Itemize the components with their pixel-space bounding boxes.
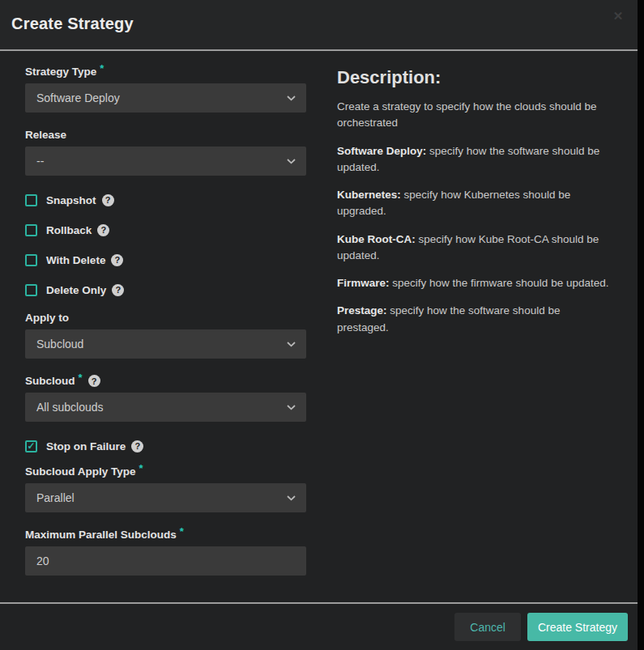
checkbox-row-delete-only: Delete Only ? [25,282,306,298]
label-text: Release [25,129,66,141]
stop-on-failure-checkbox[interactable] [25,440,37,452]
description-paragraph: Prestage: specify how the software shoul… [337,303,613,336]
selected-value: Software Deploy [36,91,120,104]
strategy-type-group: Strategy Type * Software Deploy [25,66,306,113]
subcloud-apply-type-label: Subcloud Apply Type * [25,465,306,478]
strategy-type-select[interactable]: Software Deploy [25,83,306,113]
with-delete-label: With Delete ? [46,254,123,266]
help-icon[interactable]: ? [102,194,114,206]
rollback-checkbox[interactable] [25,224,37,236]
apply-to-label: Apply to [25,312,306,324]
subcloud-label: Subcloud * ? [25,375,306,387]
term-text: Kubernetes: [337,189,401,201]
description-paragraph: Kubernetes: specify how Kubernetes shoul… [337,187,613,220]
apply-to-select[interactable]: Subcloud [25,329,306,359]
label-text: Subcloud [25,375,75,387]
selected-value: All subclouds [36,401,104,414]
checkbox-row-snapshot: Snapshot ? [25,192,306,208]
chevron-down-icon [287,96,296,101]
page-title: Create Strategy [0,0,638,33]
apply-to-group: Apply to Subcloud [25,312,306,359]
required-asterisk: * [79,372,83,384]
help-icon[interactable]: ? [112,284,124,296]
chevron-down-icon [287,495,296,501]
delete-only-checkbox[interactable] [25,284,37,296]
checkbox-row-rollback: Rollback ? [25,222,306,238]
chevron-down-icon [287,159,296,164]
required-asterisk: * [100,62,104,74]
description-heading: Description: [337,67,613,88]
label-text: Stop on Failure [46,440,126,452]
close-icon[interactable]: ✕ [610,8,626,24]
chevron-down-icon [287,405,296,410]
delete-only-label: Delete Only ? [46,284,124,296]
description-intro: Create a strategy to specify how the clo… [337,99,613,132]
with-delete-checkbox[interactable] [25,254,37,266]
required-asterisk: * [139,462,143,474]
snapshot-checkbox[interactable] [25,194,37,206]
label-text: Subcloud Apply Type [25,465,136,478]
label-text: Rollback [46,224,92,236]
selected-value: Parallel [36,491,75,504]
modal-header: Create Strategy ✕ [0,0,638,51]
checkbox-row-with-delete: With Delete ? [25,252,306,268]
modal-footer: Cancel Create Strategy [0,602,638,650]
max-parallel-subclouds-label: Maximum Parallel Subclouds * [25,529,306,541]
required-asterisk: * [180,525,184,537]
stop-on-failure-label: Stop on Failure ? [46,440,143,452]
release-select[interactable]: -- [25,147,306,176]
release-label: Release [25,129,306,141]
create-strategy-button[interactable]: Create Strategy [527,613,628,641]
strategy-type-label: Strategy Type * [25,66,306,78]
subcloud-group: Subcloud * ? All subclouds [25,375,306,422]
max-parallel-subclouds-group: Maximum Parallel Subclouds * [25,529,306,576]
label-text: Strategy Type [25,66,96,78]
help-icon[interactable]: ? [97,224,109,236]
term-text: Prestage: [337,304,387,317]
subcloud-apply-type-select[interactable]: Parallel [25,483,306,512]
max-parallel-subclouds-input[interactable] [25,546,306,576]
strategy-form: Strategy Type * Software Deploy Release [25,66,306,602]
checkbox-row-stop-on-failure: Stop on Failure ? [25,438,306,454]
option-checkboxes: Snapshot ? Rollback ? [25,192,306,298]
create-strategy-modal: Create Strategy ✕ Strategy Type * Softwa… [0,0,638,650]
label-text: With Delete [46,254,105,266]
term-desc: specify how the firmware should be updat… [392,277,608,289]
description-paragraph: Firmware: specify how the firmware shoul… [337,275,613,291]
description-paragraph: Software Deploy: specify how the softwar… [337,143,613,176]
rollback-label: Rollback ? [46,224,109,236]
selected-value: Subcloud [36,338,83,350]
help-icon[interactable]: ? [111,254,123,266]
term-text: Kube Root-CA: [337,233,416,245]
selected-value: -- [36,155,44,168]
description-paragraph: Kube Root-CA: specify how Kube Root-CA s… [337,232,613,265]
label-text: Snapshot [46,194,96,206]
term-text: Software Deploy: [337,145,426,157]
release-group: Release -- [25,129,306,176]
backdrop: Create Strategy ✕ Strategy Type * Softwa… [0,0,644,650]
help-icon[interactable]: ? [131,440,143,452]
label-text: Maximum Parallel Subclouds [25,529,177,541]
description-panel: Description: Create a strategy to specif… [306,66,625,602]
cancel-button[interactable]: Cancel [454,613,521,641]
help-icon[interactable]: ? [88,375,100,387]
modal-body: Strategy Type * Software Deploy Release [0,51,638,602]
subcloud-select[interactable]: All subclouds [25,393,306,422]
label-text: Apply to [25,312,69,324]
subcloud-apply-type-group: Subcloud Apply Type * Parallel [25,465,306,512]
term-text: Firmware: [337,277,390,289]
chevron-down-icon [287,342,296,347]
snapshot-label: Snapshot ? [46,194,114,206]
label-text: Delete Only [46,284,106,296]
